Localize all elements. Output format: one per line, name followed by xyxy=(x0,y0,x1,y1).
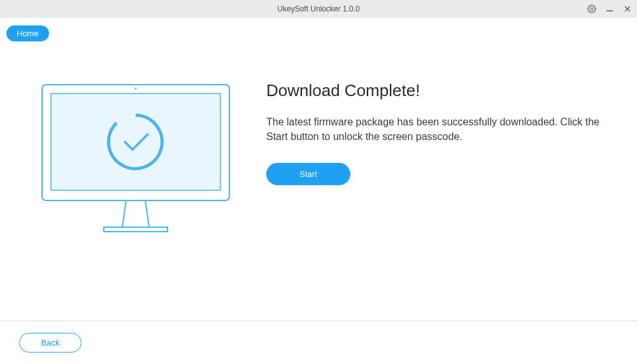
description-text: The latest firmware package has been suc… xyxy=(266,115,605,144)
footer: Back xyxy=(0,321,637,364)
monitor-illustration xyxy=(31,80,241,245)
svg-line-7 xyxy=(122,200,126,227)
home-tab[interactable]: Home xyxy=(6,25,49,41)
close-icon[interactable] xyxy=(623,4,632,13)
svg-rect-9 xyxy=(104,227,168,232)
titlebar: UkeySoft Unlocker 1.0.0 xyxy=(0,0,637,18)
svg-point-5 xyxy=(135,88,137,90)
svg-rect-6 xyxy=(51,94,220,190)
svg-point-0 xyxy=(590,8,593,10)
tab-bar: Home xyxy=(0,18,637,41)
svg-line-8 xyxy=(145,200,149,227)
window-controls xyxy=(587,4,632,13)
settings-icon[interactable] xyxy=(587,4,596,13)
start-button[interactable]: Start xyxy=(266,163,350,185)
main-content: Download Complete! The latest firmware p… xyxy=(0,41,637,245)
back-button[interactable]: Back xyxy=(19,333,82,353)
page-heading: Download Complete! xyxy=(266,81,605,101)
minimize-icon[interactable] xyxy=(605,4,614,13)
window-title: UkeySoft Unlocker 1.0.0 xyxy=(277,4,359,13)
info-panel: Download Complete! The latest firmware p… xyxy=(266,80,618,245)
